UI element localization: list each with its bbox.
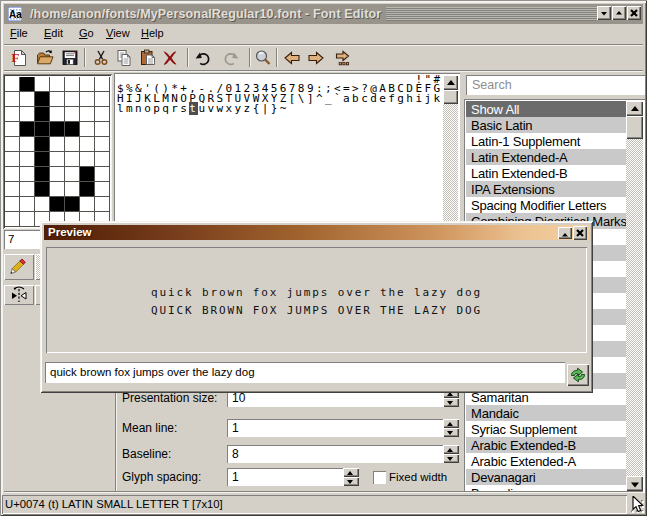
preview-maximize-button[interactable] — [558, 227, 572, 239]
glyph-cell[interactable] — [80, 182, 95, 197]
spinner[interactable] — [443, 445, 459, 463]
block-list-item[interactable]: Latin Extended-B — [466, 165, 626, 181]
title-bar[interactable]: Aa /home/anon/fonts/MyPersonalRegular10.… — [4, 4, 643, 24]
list-scroll-up-button[interactable] — [626, 101, 643, 116]
glyph-cell[interactable] — [35, 152, 50, 167]
glyph-cell[interactable] — [95, 122, 110, 137]
glyph-cell[interactable] — [20, 77, 35, 92]
form-input[interactable]: 1 — [227, 419, 443, 437]
new-font-button[interactable]: F — [11, 49, 29, 67]
glyph-cell[interactable] — [35, 137, 50, 152]
glyph-cell[interactable] — [80, 197, 95, 212]
glyph-cell[interactable] — [50, 167, 65, 182]
glyph-cell[interactable] — [80, 92, 95, 107]
pencil-tool-button[interactable] — [4, 254, 34, 280]
glyph-cell[interactable] — [5, 167, 20, 182]
menu-help[interactable]: Help — [141, 27, 164, 39]
glyph-cell[interactable] — [5, 137, 20, 152]
glyph-cell[interactable] — [5, 77, 20, 92]
charmap-scroll-up-button[interactable] — [443, 75, 458, 90]
glyph-cell[interactable] — [35, 107, 50, 122]
spinner-up-button[interactable] — [443, 419, 459, 428]
block-list-item[interactable]: Syriac Supplement — [466, 421, 626, 437]
glyph-cell[interactable] — [80, 122, 95, 137]
glyph-cell[interactable] — [65, 167, 80, 182]
glyph-cell[interactable] — [20, 122, 35, 137]
glyph-cell[interactable] — [80, 77, 95, 92]
glyph-cell[interactable] — [65, 197, 80, 212]
block-list-item[interactable]: IPA Extensions — [466, 181, 626, 197]
search-input[interactable]: Search — [466, 75, 645, 95]
close-button[interactable] — [627, 6, 641, 20]
spinner-down-button[interactable] — [443, 454, 459, 463]
glyph-cell[interactable] — [95, 197, 110, 212]
glyph-cell[interactable] — [95, 182, 110, 197]
glyph-width-input[interactable]: 7 — [4, 230, 40, 249]
goto-button[interactable] — [332, 49, 350, 67]
charmap-scroll-thumb[interactable] — [443, 90, 458, 104]
spinner[interactable] — [443, 419, 459, 437]
menu-view[interactable]: View — [106, 27, 130, 39]
glyph-cell[interactable] — [80, 167, 95, 182]
copy-button[interactable] — [115, 49, 133, 67]
glyph-cell[interactable] — [80, 107, 95, 122]
block-list-item[interactable]: Devanagari — [466, 469, 626, 485]
menu-go[interactable]: Go — [79, 27, 94, 39]
glyph-cell[interactable] — [50, 197, 65, 212]
glyph-cell[interactable] — [35, 197, 50, 212]
glyph-cell[interactable] — [80, 152, 95, 167]
open-button[interactable] — [36, 49, 54, 67]
glyph-cell[interactable] — [20, 92, 35, 107]
cut-button[interactable] — [92, 49, 110, 67]
glyph-cell[interactable] — [95, 167, 110, 182]
form-input[interactable]: 1 — [227, 468, 343, 486]
glyph-cell[interactable] — [65, 107, 80, 122]
glyph-cell[interactable] — [65, 122, 80, 137]
glyph-cell[interactable] — [50, 182, 65, 197]
glyph-cell[interactable] — [65, 137, 80, 152]
glyph-cell[interactable] — [50, 152, 65, 167]
preview-refresh-button[interactable] — [567, 364, 589, 386]
glyph-cell[interactable] — [5, 152, 20, 167]
menu-file[interactable]: File — [10, 27, 28, 39]
preview-close-button[interactable] — [573, 226, 587, 240]
spinner-up-button[interactable] — [343, 468, 359, 477]
glyph-cell[interactable] — [20, 167, 35, 182]
glyph-cell[interactable] — [5, 122, 20, 137]
glyph-cell[interactable] — [20, 107, 35, 122]
maximize-button[interactable] — [612, 6, 626, 20]
glyph-cell[interactable] — [65, 152, 80, 167]
form-input[interactable]: 8 — [227, 445, 443, 463]
minimize-button[interactable] — [597, 6, 611, 20]
menu-edit[interactable]: Edit — [44, 27, 63, 39]
glyph-cell[interactable] — [50, 107, 65, 122]
block-list-item[interactable]: Arabic Extended-A — [466, 453, 626, 469]
glyph-cell[interactable] — [35, 122, 50, 137]
glyph-cell[interactable] — [5, 92, 20, 107]
zoom-button[interactable] — [254, 49, 272, 67]
glyph-cell[interactable] — [65, 92, 80, 107]
fixed-width-checkbox[interactable] — [373, 471, 386, 484]
spinner-down-button[interactable] — [343, 477, 359, 486]
block-list-item[interactable]: Latin-1 Supplement — [466, 133, 626, 149]
glyph-cell[interactable] — [95, 152, 110, 167]
glyph-cell[interactable] — [20, 197, 35, 212]
glyph-cell[interactable] — [95, 137, 110, 152]
block-list-item[interactable]: Arabic Extended-B — [466, 437, 626, 453]
block-list-item[interactable]: Show All — [466, 101, 626, 117]
glyph-cell[interactable] — [5, 212, 20, 227]
preview-dialog-titlebar[interactable]: Preview — [44, 225, 589, 240]
paste-button[interactable] — [139, 49, 157, 67]
spinner-down-button[interactable] — [443, 428, 459, 437]
glyph-cell[interactable] — [35, 92, 50, 107]
block-list-item[interactable]: Mandaic — [466, 405, 626, 421]
spinner-up-button[interactable] — [443, 445, 459, 454]
glyph-cell[interactable] — [20, 182, 35, 197]
spinner-down-button[interactable] — [443, 398, 459, 407]
glyph-cell[interactable] — [5, 197, 20, 212]
glyph-cell[interactable] — [20, 152, 35, 167]
list-scroll-thumb[interactable] — [626, 116, 643, 139]
glyph-cell[interactable] — [50, 92, 65, 107]
delete-button[interactable] — [161, 49, 179, 67]
glyph-cell[interactable] — [35, 77, 50, 92]
